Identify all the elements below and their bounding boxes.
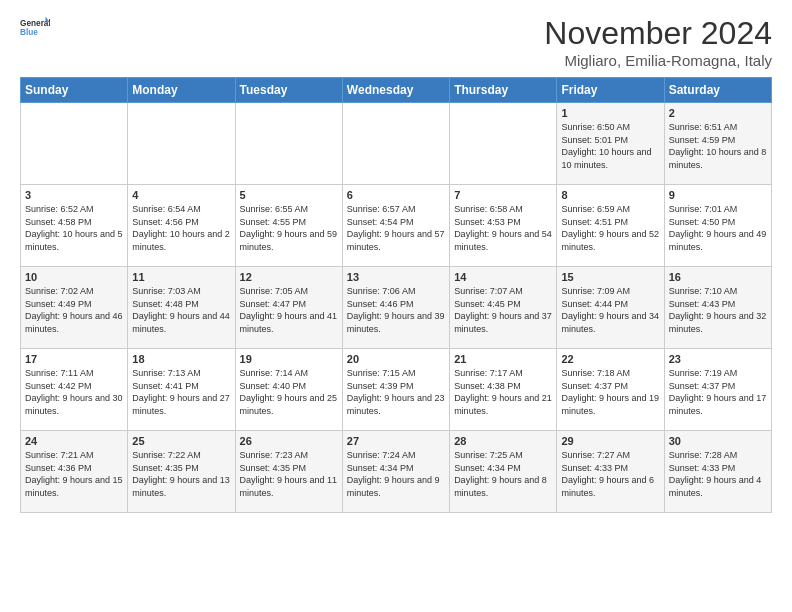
- header: General Blue November 2024 Migliaro, Emi…: [20, 15, 772, 69]
- day-info: Sunrise: 7:14 AM Sunset: 4:40 PM Dayligh…: [240, 367, 338, 417]
- day-cell: 5Sunrise: 6:55 AM Sunset: 4:55 PM Daylig…: [235, 185, 342, 267]
- location-title: Migliaro, Emilia-Romagna, Italy: [544, 52, 772, 69]
- day-cell: [450, 103, 557, 185]
- day-number: 12: [240, 271, 338, 283]
- day-number: 23: [669, 353, 767, 365]
- col-header-friday: Friday: [557, 78, 664, 103]
- day-cell: 14Sunrise: 7:07 AM Sunset: 4:45 PM Dayli…: [450, 267, 557, 349]
- day-cell: 6Sunrise: 6:57 AM Sunset: 4:54 PM Daylig…: [342, 185, 449, 267]
- day-number: 29: [561, 435, 659, 447]
- day-info: Sunrise: 7:10 AM Sunset: 4:43 PM Dayligh…: [669, 285, 767, 335]
- day-number: 9: [669, 189, 767, 201]
- day-number: 3: [25, 189, 123, 201]
- day-number: 10: [25, 271, 123, 283]
- day-cell: 8Sunrise: 6:59 AM Sunset: 4:51 PM Daylig…: [557, 185, 664, 267]
- day-number: 5: [240, 189, 338, 201]
- day-info: Sunrise: 6:50 AM Sunset: 5:01 PM Dayligh…: [561, 121, 659, 171]
- day-cell: 28Sunrise: 7:25 AM Sunset: 4:34 PM Dayli…: [450, 431, 557, 513]
- week-row-3: 10Sunrise: 7:02 AM Sunset: 4:49 PM Dayli…: [21, 267, 772, 349]
- day-cell: 26Sunrise: 7:23 AM Sunset: 4:35 PM Dayli…: [235, 431, 342, 513]
- day-cell: 9Sunrise: 7:01 AM Sunset: 4:50 PM Daylig…: [664, 185, 771, 267]
- day-number: 7: [454, 189, 552, 201]
- col-header-thursday: Thursday: [450, 78, 557, 103]
- day-info: Sunrise: 7:01 AM Sunset: 4:50 PM Dayligh…: [669, 203, 767, 253]
- day-cell: 11Sunrise: 7:03 AM Sunset: 4:48 PM Dayli…: [128, 267, 235, 349]
- day-number: 14: [454, 271, 552, 283]
- day-cell: 25Sunrise: 7:22 AM Sunset: 4:35 PM Dayli…: [128, 431, 235, 513]
- logo-icon: General Blue: [20, 15, 50, 45]
- col-header-tuesday: Tuesday: [235, 78, 342, 103]
- col-header-monday: Monday: [128, 78, 235, 103]
- col-header-wednesday: Wednesday: [342, 78, 449, 103]
- day-info: Sunrise: 7:06 AM Sunset: 4:46 PM Dayligh…: [347, 285, 445, 335]
- day-info: Sunrise: 7:11 AM Sunset: 4:42 PM Dayligh…: [25, 367, 123, 417]
- day-info: Sunrise: 7:13 AM Sunset: 4:41 PM Dayligh…: [132, 367, 230, 417]
- day-number: 6: [347, 189, 445, 201]
- day-number: 20: [347, 353, 445, 365]
- title-block: November 2024 Migliaro, Emilia-Romagna, …: [544, 15, 772, 69]
- day-cell: 12Sunrise: 7:05 AM Sunset: 4:47 PM Dayli…: [235, 267, 342, 349]
- day-cell: 1Sunrise: 6:50 AM Sunset: 5:01 PM Daylig…: [557, 103, 664, 185]
- day-cell: [342, 103, 449, 185]
- day-cell: 29Sunrise: 7:27 AM Sunset: 4:33 PM Dayli…: [557, 431, 664, 513]
- day-info: Sunrise: 7:03 AM Sunset: 4:48 PM Dayligh…: [132, 285, 230, 335]
- day-cell: 16Sunrise: 7:10 AM Sunset: 4:43 PM Dayli…: [664, 267, 771, 349]
- day-info: Sunrise: 7:19 AM Sunset: 4:37 PM Dayligh…: [669, 367, 767, 417]
- day-cell: 18Sunrise: 7:13 AM Sunset: 4:41 PM Dayli…: [128, 349, 235, 431]
- day-number: 4: [132, 189, 230, 201]
- day-info: Sunrise: 7:28 AM Sunset: 4:33 PM Dayligh…: [669, 449, 767, 499]
- day-number: 17: [25, 353, 123, 365]
- day-number: 24: [25, 435, 123, 447]
- day-info: Sunrise: 6:54 AM Sunset: 4:56 PM Dayligh…: [132, 203, 230, 253]
- day-info: Sunrise: 7:07 AM Sunset: 4:45 PM Dayligh…: [454, 285, 552, 335]
- day-number: 30: [669, 435, 767, 447]
- day-number: 13: [347, 271, 445, 283]
- col-header-saturday: Saturday: [664, 78, 771, 103]
- day-cell: [128, 103, 235, 185]
- day-cell: 17Sunrise: 7:11 AM Sunset: 4:42 PM Dayli…: [21, 349, 128, 431]
- day-number: 15: [561, 271, 659, 283]
- col-header-sunday: Sunday: [21, 78, 128, 103]
- day-number: 1: [561, 107, 659, 119]
- day-info: Sunrise: 7:21 AM Sunset: 4:36 PM Dayligh…: [25, 449, 123, 499]
- day-info: Sunrise: 7:23 AM Sunset: 4:35 PM Dayligh…: [240, 449, 338, 499]
- day-cell: 30Sunrise: 7:28 AM Sunset: 4:33 PM Dayli…: [664, 431, 771, 513]
- day-cell: 23Sunrise: 7:19 AM Sunset: 4:37 PM Dayli…: [664, 349, 771, 431]
- day-number: 27: [347, 435, 445, 447]
- day-cell: 7Sunrise: 6:58 AM Sunset: 4:53 PM Daylig…: [450, 185, 557, 267]
- day-info: Sunrise: 6:59 AM Sunset: 4:51 PM Dayligh…: [561, 203, 659, 253]
- week-row-1: 1Sunrise: 6:50 AM Sunset: 5:01 PM Daylig…: [21, 103, 772, 185]
- day-cell: 15Sunrise: 7:09 AM Sunset: 4:44 PM Dayli…: [557, 267, 664, 349]
- day-info: Sunrise: 7:27 AM Sunset: 4:33 PM Dayligh…: [561, 449, 659, 499]
- day-info: Sunrise: 7:02 AM Sunset: 4:49 PM Dayligh…: [25, 285, 123, 335]
- day-cell: 2Sunrise: 6:51 AM Sunset: 4:59 PM Daylig…: [664, 103, 771, 185]
- week-row-5: 24Sunrise: 7:21 AM Sunset: 4:36 PM Dayli…: [21, 431, 772, 513]
- calendar-table: SundayMondayTuesdayWednesdayThursdayFrid…: [20, 77, 772, 513]
- week-row-2: 3Sunrise: 6:52 AM Sunset: 4:58 PM Daylig…: [21, 185, 772, 267]
- day-cell: 20Sunrise: 7:15 AM Sunset: 4:39 PM Dayli…: [342, 349, 449, 431]
- day-cell: [21, 103, 128, 185]
- header-row: SundayMondayTuesdayWednesdayThursdayFrid…: [21, 78, 772, 103]
- day-cell: 22Sunrise: 7:18 AM Sunset: 4:37 PM Dayli…: [557, 349, 664, 431]
- day-info: Sunrise: 7:18 AM Sunset: 4:37 PM Dayligh…: [561, 367, 659, 417]
- week-row-4: 17Sunrise: 7:11 AM Sunset: 4:42 PM Dayli…: [21, 349, 772, 431]
- day-info: Sunrise: 6:58 AM Sunset: 4:53 PM Dayligh…: [454, 203, 552, 253]
- svg-text:Blue: Blue: [20, 28, 38, 37]
- day-info: Sunrise: 7:05 AM Sunset: 4:47 PM Dayligh…: [240, 285, 338, 335]
- logo: General Blue: [20, 15, 50, 45]
- day-number: 25: [132, 435, 230, 447]
- day-info: Sunrise: 7:22 AM Sunset: 4:35 PM Dayligh…: [132, 449, 230, 499]
- day-number: 22: [561, 353, 659, 365]
- day-cell: 3Sunrise: 6:52 AM Sunset: 4:58 PM Daylig…: [21, 185, 128, 267]
- day-info: Sunrise: 6:52 AM Sunset: 4:58 PM Dayligh…: [25, 203, 123, 253]
- day-info: Sunrise: 6:55 AM Sunset: 4:55 PM Dayligh…: [240, 203, 338, 253]
- day-cell: 10Sunrise: 7:02 AM Sunset: 4:49 PM Dayli…: [21, 267, 128, 349]
- day-cell: [235, 103, 342, 185]
- day-cell: 27Sunrise: 7:24 AM Sunset: 4:34 PM Dayli…: [342, 431, 449, 513]
- day-number: 19: [240, 353, 338, 365]
- page: General Blue November 2024 Migliaro, Emi…: [0, 0, 792, 523]
- day-info: Sunrise: 7:25 AM Sunset: 4:34 PM Dayligh…: [454, 449, 552, 499]
- day-cell: 24Sunrise: 7:21 AM Sunset: 4:36 PM Dayli…: [21, 431, 128, 513]
- day-number: 16: [669, 271, 767, 283]
- day-number: 11: [132, 271, 230, 283]
